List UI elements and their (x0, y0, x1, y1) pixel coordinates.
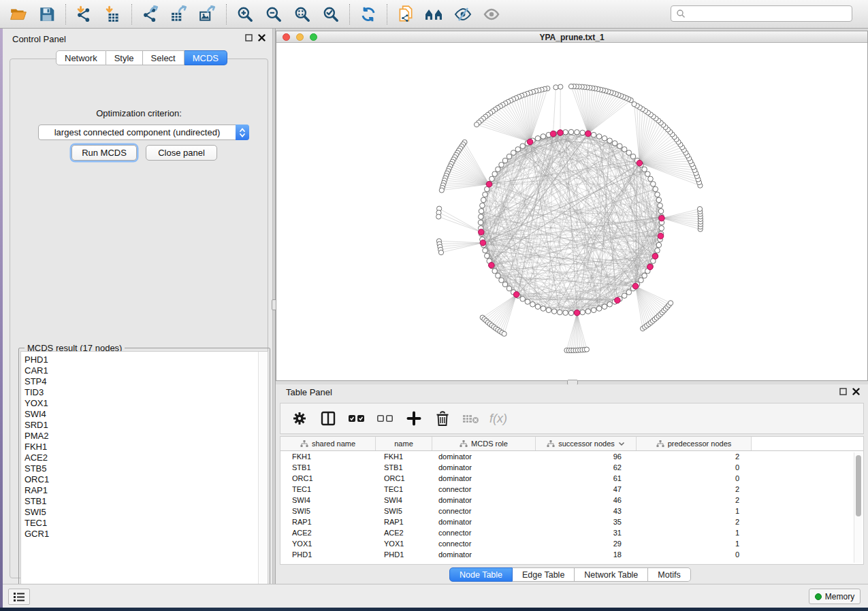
zoom-fit-icon (293, 5, 311, 23)
binoculars-icon (424, 6, 445, 22)
mcds-hub-node (615, 297, 621, 303)
table-row[interactable]: YOX1YOX1connector291 (280, 538, 863, 549)
export-image-button[interactable] (193, 2, 222, 27)
mcds-result-item[interactable]: STB1 (21, 496, 257, 507)
optimization-criterion-select[interactable]: largest connected component (undirected) (38, 125, 249, 140)
table-cell: SWI4 (280, 495, 376, 506)
tab-select[interactable]: Select (143, 50, 184, 65)
memory-status-icon (815, 593, 822, 600)
task-history-button[interactable] (8, 589, 30, 605)
table-row[interactable]: PHD1PHD1dominator180 (280, 549, 863, 560)
mcds-result-item[interactable]: SWI5 (21, 507, 257, 518)
close-panel-icon[interactable] (258, 34, 266, 42)
mcds-result-item[interactable]: STB5 (21, 463, 257, 474)
import-table-button[interactable] (99, 2, 127, 27)
gear-button[interactable] (290, 408, 309, 429)
table-cell: 2 (637, 451, 752, 462)
columns-button[interactable] (319, 408, 338, 429)
mcds-result-item[interactable]: GCR1 (21, 529, 257, 540)
eye-button[interactable] (477, 2, 506, 27)
folder-open-button[interactable] (4, 2, 33, 27)
zoom-out-button[interactable] (259, 2, 288, 27)
import-network-button[interactable] (70, 2, 99, 27)
mcds-result-item[interactable]: YOX1 (21, 398, 257, 409)
table-cell: ACE2 (280, 527, 376, 538)
float-panel-icon[interactable] (839, 388, 847, 395)
mcds-hub-node (479, 229, 485, 235)
folder-open-icon (9, 5, 28, 23)
table-cell: dominator (432, 516, 536, 527)
clone-network-button[interactable] (391, 2, 420, 27)
tab-motifs[interactable]: Motifs (648, 567, 690, 582)
select-stepper-icon (236, 125, 249, 140)
mcds-result-item[interactable]: STP4 (21, 376, 257, 387)
tab-style[interactable]: Style (106, 50, 143, 65)
export-network-button[interactable] (136, 2, 165, 27)
binoculars-button[interactable] (420, 2, 449, 27)
table-row[interactable]: FKH1FKH1dominator962 (280, 451, 863, 462)
table-row[interactable]: SWI5SWI5connector431 (280, 506, 863, 516)
mcds-result-item[interactable]: TEC1 (21, 518, 257, 529)
mcds-result-item[interactable]: SRD1 (21, 420, 257, 431)
column-header-successor-nodes[interactable]: successor nodes (536, 437, 637, 450)
column-header-shared-name[interactable]: shared name (280, 437, 376, 450)
tab-network-table[interactable]: Network Table (575, 567, 648, 582)
table-row[interactable]: SWI4SWI4dominator462 (280, 495, 863, 506)
table-scrollbar[interactable] (854, 452, 862, 563)
mcds-result-item[interactable]: PHD1 (21, 354, 257, 365)
export-image-icon (198, 5, 217, 23)
column-header-name[interactable]: name (376, 437, 432, 450)
tab-mcds[interactable]: MCDS (184, 50, 227, 65)
mcds-hub-node (632, 283, 639, 289)
zoom-fit-button[interactable] (288, 2, 317, 27)
mcds-list-scrollbar[interactable] (258, 352, 268, 595)
table-row[interactable]: ACE2ACE2connector311 (280, 527, 863, 538)
deselect-all-icon (376, 412, 394, 425)
mcds-result-list[interactable]: PHD1CAR1STP4TID3YOX1SWI4SRD1PMA2FKH1ACE2… (20, 351, 268, 596)
mcds-result-item[interactable]: FKH1 (21, 442, 257, 452)
table-row[interactable]: ORC1ORC1dominator610 (280, 473, 863, 484)
mcds-result-item[interactable]: ACE2 (21, 452, 257, 463)
mcds-result-item[interactable]: TID3 (21, 387, 257, 398)
save-button[interactable] (33, 2, 61, 27)
table-cell: 43 (536, 506, 637, 516)
tab-network[interactable]: Network (56, 50, 106, 65)
select-all-button[interactable] (347, 408, 366, 429)
table-cell: dominator (432, 495, 536, 506)
network-canvas[interactable] (276, 43, 867, 380)
table-row[interactable]: STB1STB1dominator620 (280, 462, 863, 473)
columns-icon (320, 410, 336, 427)
table-scrollbar-thumb[interactable] (856, 455, 861, 516)
network-window-titlebar[interactable]: YPA_prune.txt_1 (276, 31, 867, 43)
zoom-selected-button[interactable] (317, 2, 345, 27)
tab-node-table[interactable]: Node Table (449, 567, 513, 582)
table-cell: 31 (536, 527, 637, 538)
export-table-button[interactable] (165, 2, 193, 27)
float-panel-icon[interactable] (245, 34, 253, 42)
mcds-result-item[interactable]: ORC1 (21, 474, 257, 485)
column-header-MCDS-role[interactable]: MCDS role (432, 437, 536, 450)
column-header-predecessor-nodes[interactable]: predecessor nodes (637, 437, 752, 450)
add-button[interactable] (404, 408, 423, 429)
mcds-result-item[interactable]: RAP1 (21, 485, 257, 496)
zoom-in-button[interactable] (231, 2, 259, 27)
mcds-result-item[interactable]: PMA2 (21, 431, 257, 442)
column-tree-icon (656, 440, 664, 448)
close-panel-icon[interactable] (852, 388, 860, 395)
memory-button[interactable]: Memory (809, 589, 861, 604)
eye-slash-button[interactable] (449, 2, 477, 27)
refresh-button[interactable] (354, 2, 383, 27)
refresh-icon (359, 5, 377, 23)
tab-edge-table[interactable]: Edge Table (513, 567, 575, 582)
mcds-result-item[interactable]: CAR1 (21, 365, 257, 376)
search-input[interactable] (671, 5, 852, 22)
table-row[interactable]: TEC1TEC1connector472 (280, 484, 863, 495)
table-row[interactable]: RAP1RAP1dominator352 (280, 516, 863, 527)
trash-button[interactable] (433, 408, 452, 429)
table-cell: 18 (536, 549, 637, 560)
import-network-icon (75, 5, 94, 23)
run-mcds-button[interactable]: Run MCDS (71, 145, 137, 161)
mcds-result-item[interactable]: SWI4 (21, 409, 257, 420)
close-panel-button[interactable]: Close panel (146, 145, 217, 161)
deselect-all-button[interactable] (376, 408, 395, 429)
